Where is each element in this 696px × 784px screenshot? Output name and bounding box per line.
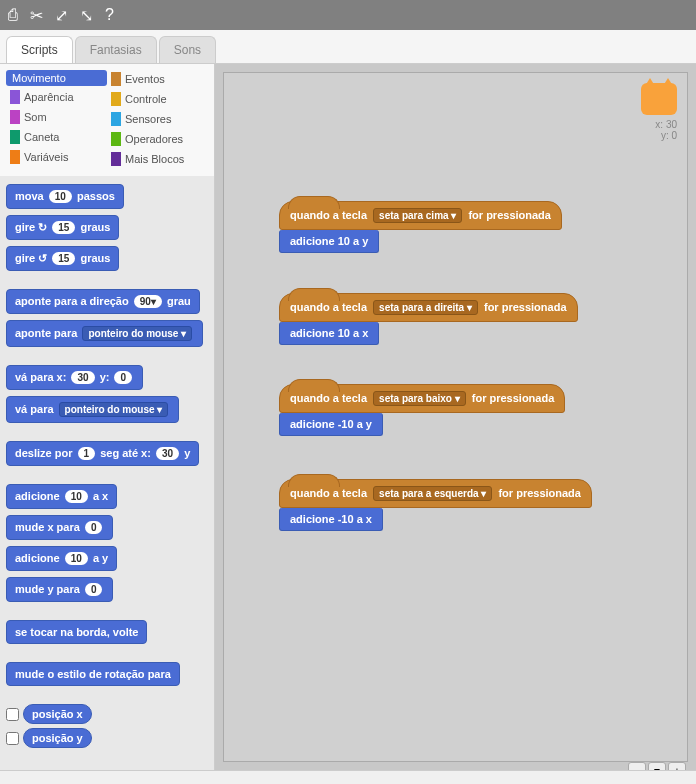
cat-label: Movimento [12,72,66,84]
cat-label: Eventos [125,73,165,85]
block-point-to[interactable]: aponte para ponteiro do mouse ▾ [6,320,203,347]
block-move[interactable]: mova 10 passos [6,184,124,209]
swatch-icon [111,132,121,146]
block-palette[interactable]: mova 10 passos gire ↻ 15 graus gire ↺ 15… [0,176,214,784]
block-change-x[interactable]: adicione 10 a x [6,484,117,509]
cat-looks[interactable]: Aparência [6,88,107,106]
cat-label: Mais Blocos [125,153,184,165]
bottom-bar [0,770,696,784]
block-rot-style[interactable]: mude o estilo de rotação para [6,662,180,686]
block-glide[interactable]: deslize por 1 seg até x: 30 y [6,441,199,466]
cat-operators[interactable]: Operadores [107,130,208,148]
swatch-icon [10,90,20,104]
cat-sensing[interactable]: Sensores [107,110,208,128]
left-panel: Movimento Aparência Som Caneta Variáveis… [0,64,215,784]
cat-sound[interactable]: Som [6,108,107,126]
cat-pen[interactable]: Caneta [6,128,107,146]
script-up[interactable]: quando a tecla seta para cima ▾ for pres… [279,201,562,253]
cat-motion[interactable]: Movimento [6,70,107,86]
hat-key-down[interactable]: quando a tecla seta para baixo ▾ for pre… [279,384,565,413]
cat-label: Caneta [24,131,59,143]
swatch-icon [111,92,121,106]
check-pos-y[interactable] [6,732,19,745]
block-change-y[interactable]: adicione 10 a y [6,546,117,571]
sprite-info: x: 30 y: 0 [641,83,677,141]
reporter-pos-y[interactable]: posição y [23,728,92,748]
script-right[interactable]: quando a tecla seta para a direita ▾ for… [279,293,578,345]
tab-scripts[interactable]: Scripts [6,36,73,63]
block-add-x[interactable]: adicione 10 a x [279,322,379,345]
block-turn-ccw[interactable]: gire ↺ 15 graus [6,246,119,271]
cat-label: Aparência [24,91,74,103]
cat-label: Variáveis [24,151,68,163]
block-sub-y[interactable]: adicione -10 a y [279,413,383,436]
block-set-x[interactable]: mude x para 0 [6,515,113,540]
cat-label: Controle [125,93,167,105]
tabs-bar: Scripts Fantasias Sons [0,30,696,64]
hat-key-left[interactable]: quando a tecla seta para a esquerda ▾ fo… [279,479,592,508]
block-sub-x[interactable]: adicione -10 a x [279,508,383,531]
swatch-icon [111,72,121,86]
swatch-icon [10,150,20,164]
block-goto-obj[interactable]: vá para ponteiro do mouse ▾ [6,396,179,423]
block-goto-xy[interactable]: vá para x: 30 y: 0 [6,365,143,390]
expand-icon[interactable]: ⤢ [55,6,68,25]
cat-more[interactable]: Mais Blocos [107,150,208,168]
tab-costumes[interactable]: Fantasias [75,36,157,63]
cat-label: Operadores [125,133,183,145]
check-pos-x[interactable] [6,708,19,721]
swatch-icon [10,110,20,124]
swatch-icon [111,112,121,126]
scissors-icon[interactable]: ✂ [30,6,43,25]
help-icon[interactable]: ? [105,6,114,24]
sprite-thumbnail-icon[interactable] [641,83,677,115]
script-area[interactable]: x: 30 y: 0 quando a tecla seta para cima… [215,64,696,784]
categories: Movimento Aparência Som Caneta Variáveis… [0,64,214,176]
block-add-y[interactable]: adicione 10 a y [279,230,379,253]
cat-events[interactable]: Eventos [107,70,208,88]
script-down[interactable]: quando a tecla seta para baixo ▾ for pre… [279,384,565,436]
hat-key-up[interactable]: quando a tecla seta para cima ▾ for pres… [279,201,562,230]
stamp-icon[interactable]: ⎙ [8,6,18,24]
script-left[interactable]: quando a tecla seta para a esquerda ▾ fo… [279,479,592,531]
cat-label: Sensores [125,113,171,125]
block-set-y[interactable]: mude y para 0 [6,577,113,602]
shrink-icon[interactable]: ⤡ [80,6,93,25]
block-bounce[interactable]: se tocar na borda, volte [6,620,147,644]
block-turn-cw[interactable]: gire ↻ 15 graus [6,215,119,240]
cat-variables[interactable]: Variáveis [6,148,107,166]
top-toolbar: ⎙ ✂ ⤢ ⤡ ? [0,0,696,30]
reporter-pos-x[interactable]: posição x [23,704,92,724]
tab-sounds[interactable]: Sons [159,36,216,63]
swatch-icon [10,130,20,144]
block-point-dir[interactable]: aponte para a direção 90▾ grau [6,289,200,314]
hat-key-right[interactable]: quando a tecla seta para a direita ▾ for… [279,293,578,322]
swatch-icon [111,152,121,166]
cat-label: Som [24,111,47,123]
cat-control[interactable]: Controle [107,90,208,108]
